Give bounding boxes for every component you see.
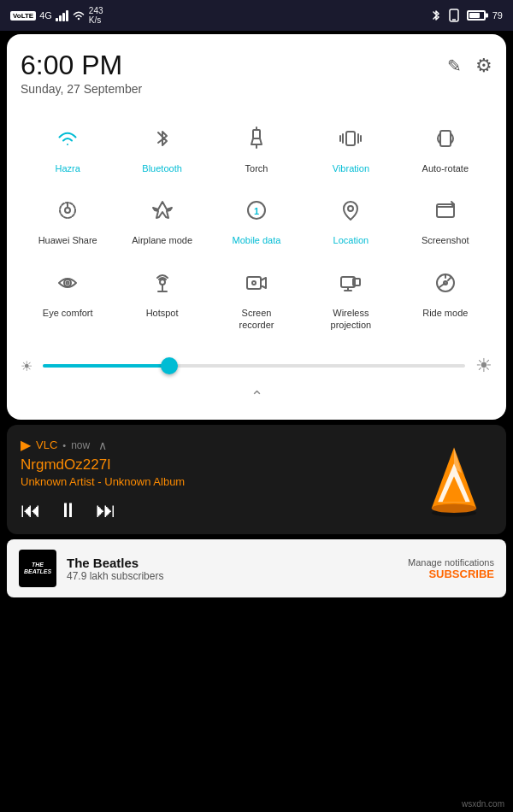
bluetooth-icon [150,126,175,151]
svg-point-27 [252,281,256,285]
vlc-track-title: NrgmdOz227I [21,456,405,474]
qs-huawei-share[interactable]: Huawei Share [21,185,115,253]
status-left: VoLTE 4G 243 K/s [10,6,103,25]
manage-notifications-text: Manage notifications [408,557,494,568]
qs-header: 6:00 PM Sunday, 27 September ✎ ⚙ [21,51,492,96]
wifi-label: Hazra [56,162,80,174]
airplane-label: Airplane mode [132,234,192,246]
svg-text:1: 1 [254,206,259,216]
eye-comfort-label: Eye comfort [43,307,93,319]
svg-rect-5 [346,132,355,145]
vlc-app-icon: ▶ [21,437,31,453]
autorotate-icon [433,126,458,151]
torch-label: Torch [245,162,268,174]
battery-percent: 79 [492,10,503,21]
svg-rect-2 [253,130,260,138]
beatles-content: The Beatles 47.9 lakh subscribers [67,556,398,582]
edit-icon[interactable]: ✎ [447,56,462,76]
battery-fill [469,13,481,18]
vlc-app-name: VLC [36,438,57,451]
brightness-high-icon: ☀ [475,355,492,377]
ride-mode-icon [433,270,458,296]
screenshot-label: Screenshot [422,234,469,246]
vlc-time: now [71,439,90,451]
qs-screenshot[interactable]: Screenshot [398,185,492,253]
volte-badge: VoLTE [10,11,36,21]
signal-bars [56,9,68,21]
mobile-data-icon: 1 [244,197,269,223]
qs-grid: Hazra Bluetooth Torch [21,113,492,338]
wifi-icon [55,126,80,151]
vlc-notification[interactable]: ▶ VLC • now ∧ NrgmdOz227I Unknown Artist… [7,425,506,534]
location-label: Location [333,234,369,246]
battery-icon [467,10,486,21]
qs-vibration[interactable]: Vibration [304,113,398,181]
torch-icon [244,126,269,151]
vlc-expand-icon[interactable]: ∧ [98,438,107,452]
brightness-thumb[interactable] [161,357,178,374]
beatles-logo-text: THE BEATLES [24,562,51,576]
vibration-icon [338,126,363,151]
subscribe-button[interactable]: SUBSCRIBE [408,568,494,580]
collapse-arrow-icon: ⌃ [251,387,263,406]
screen-recorder-label: Screen recorder [239,307,274,332]
signal-4g: 4G [39,10,52,21]
qs-screen-recorder[interactable]: Screen recorder [209,257,304,338]
vlc-prev-button[interactable]: ⏮ [21,498,41,522]
qs-datetime: 6:00 PM Sunday, 27 September [21,51,142,96]
settings-icon[interactable]: ⚙ [475,55,492,77]
beatles-notification[interactable]: THE BEATLES The Beatles 47.9 lakh subscr… [7,539,506,597]
beatles-channel-name: The Beatles [67,556,398,570]
beatles-subscribers: 47.9 lakh subscribers [67,570,398,582]
svg-rect-10 [440,131,451,146]
brightness-track-fill [43,364,169,368]
qs-hotspot[interactable]: Hotspot [115,257,209,338]
qs-eye-comfort[interactable]: Eye comfort [21,257,115,338]
mobile-data-label: Mobile data [233,234,281,246]
svg-point-21 [64,279,71,286]
vlc-cone-image [416,441,492,518]
status-bar: VoLTE 4G 243 K/s 79 [0,0,513,31]
svg-point-40 [432,504,477,514]
watermark: wsxdn.com [462,799,504,809]
wifi-status-icon [72,9,86,21]
huawei-share-icon [55,197,80,223]
status-right: 79 [431,9,503,22]
hotspot-icon [150,270,175,296]
vlc-track-subtitle: Unknown Artist - Unknown Album [21,475,405,488]
beatles-logo: THE BEATLES [19,550,56,587]
qs-wireless-projection[interactable]: Wireless projection [304,257,398,338]
qs-header-icons: ✎ ⚙ [447,55,492,77]
qs-ride-mode[interactable]: Ride mode [398,257,492,338]
qs-torch[interactable]: Torch [209,113,304,181]
wireless-projection-label: Wireless projection [331,307,372,332]
qs-airplane[interactable]: Airplane mode [115,185,209,253]
quick-settings-panel: 6:00 PM Sunday, 27 September ✎ ⚙ Hazra [7,34,506,420]
qs-date: Sunday, 27 September [21,82,142,96]
brightness-row: ☀ ☀ [21,351,492,384]
phone-status-icon [448,9,460,22]
svg-point-16 [348,206,353,211]
autorotate-label: Auto-rotate [422,162,469,174]
wireless-projection-icon [338,270,363,296]
beatles-action: Manage notifications SUBSCRIBE [408,557,494,580]
qs-collapse-button[interactable]: ⌃ [21,384,492,406]
qs-location[interactable]: Location [304,185,398,253]
qs-time: 6:00 PM [21,51,142,79]
qs-autorotate[interactable]: Auto-rotate [398,113,492,181]
svg-rect-26 [247,277,261,289]
brightness-slider[interactable] [43,364,465,368]
qs-mobile-data[interactable]: 1 Mobile data [209,185,304,253]
vlc-pause-button[interactable]: ⏸ [58,498,79,522]
screen-recorder-icon [244,270,269,296]
eye-comfort-icon [55,270,80,296]
vlc-next-button[interactable]: ⏭ [96,498,116,522]
bluetooth-label: Bluetooth [142,162,181,174]
qs-wifi[interactable]: Hazra [21,113,115,181]
vlc-header: ▶ VLC • now ∧ [21,437,405,453]
vlc-controls: ⏮ ⏸ ⏭ [21,498,405,522]
hotspot-label: Hotspot [146,307,179,319]
brightness-low-icon: ☀ [21,358,32,374]
vibration-label: Vibration [333,162,369,174]
qs-bluetooth[interactable]: Bluetooth [115,113,209,181]
